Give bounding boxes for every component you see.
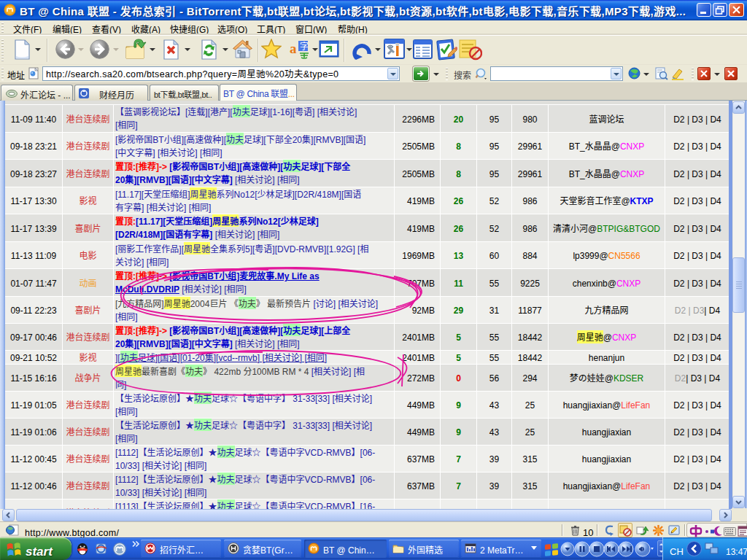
svg-text:字: 字: [300, 39, 309, 52]
svg-text:a: a: [290, 41, 297, 56]
